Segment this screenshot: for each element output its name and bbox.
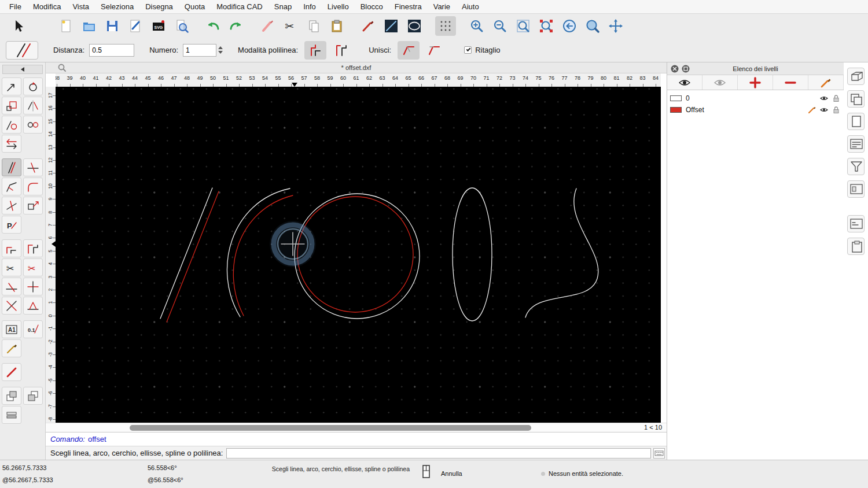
menu-item-aiuto[interactable]: Aiuto	[456, 0, 485, 13]
draw-ellipse-button[interactable]	[404, 16, 425, 36]
layer-lock-icon[interactable]	[832, 105, 841, 114]
zoom-auto-button[interactable]	[513, 16, 534, 36]
show-active-layer-button[interactable]	[703, 75, 738, 90]
fillet-tool[interactable]	[23, 178, 43, 195]
edit-text-tool[interactable]: A1	[2, 320, 21, 338]
zoom-in-button[interactable]	[466, 16, 487, 36]
order-top-tool[interactable]	[2, 387, 21, 405]
layer-visibility-icon[interactable]	[819, 105, 829, 114]
menu-item-blocco[interactable]: Blocco	[355, 0, 389, 13]
block-visibility-button[interactable]	[847, 68, 865, 85]
entity-spline-white[interactable]	[525, 188, 598, 317]
show-all-layers-button[interactable]	[667, 75, 703, 90]
menu-item-varie[interactable]: Varie	[428, 0, 456, 13]
command-widget-button[interactable]	[847, 215, 865, 232]
zoom-out-button[interactable]	[490, 16, 510, 36]
zoom-selected-button[interactable]	[536, 16, 557, 36]
entity-line-white[interactable]	[160, 188, 212, 319]
polyline-mode-1-button[interactable]	[304, 41, 326, 60]
scale-tool[interactable]	[2, 97, 21, 114]
new-document-button[interactable]	[56, 16, 76, 36]
view-previous-button[interactable]	[559, 16, 580, 36]
rotate-two-tool[interactable]	[23, 116, 43, 134]
numero-spin-up[interactable]	[218, 46, 223, 49]
property-editor-button[interactable]	[847, 135, 865, 153]
grid-toggle-button[interactable]	[435, 16, 456, 36]
block-list-button[interactable]	[847, 180, 865, 198]
layer-row-0[interactable]: 0	[667, 93, 844, 104]
entity-ellipse-white[interactable]	[453, 188, 492, 321]
layer-visibility-icon[interactable]	[819, 94, 829, 103]
menu-item-finestra[interactable]: Finestra	[389, 0, 428, 13]
menu-item-disegna[interactable]: Disegna	[139, 0, 179, 13]
save-document-button[interactable]	[102, 16, 123, 36]
stretch-tool[interactable]	[23, 197, 43, 215]
delete-entity-tool[interactable]	[2, 363, 21, 381]
move-tool[interactable]	[2, 77, 21, 95]
menu-item-modifica[interactable]: Modifica	[27, 0, 67, 13]
order-bottom-tool[interactable]	[23, 387, 43, 405]
modify-layer-button[interactable]	[808, 75, 844, 90]
join-mode-1-button[interactable]	[398, 41, 420, 60]
active-tool-offset-button[interactable]	[6, 41, 38, 60]
edit-document-button[interactable]	[125, 16, 146, 36]
divide-tool[interactable]	[2, 197, 21, 215]
properties-tool[interactable]: P	[2, 216, 21, 234]
command-input[interactable]	[226, 448, 651, 459]
layer-row-offset[interactable]: Offset	[667, 104, 844, 116]
numero-spin-down[interactable]	[218, 51, 223, 54]
library-browser-button[interactable]	[847, 90, 865, 108]
canvas-scrollbar[interactable]	[46, 423, 667, 432]
explode-tool[interactable]	[2, 297, 21, 315]
menu-item-seleziona[interactable]: Seleziona	[95, 0, 139, 13]
menu-item-vista[interactable]: Vista	[67, 0, 95, 13]
polyline-append-tool[interactable]	[23, 239, 43, 257]
ritaglio-checkbox[interactable]: Ritaglio	[464, 46, 500, 54]
panel-float-button[interactable]	[681, 64, 690, 73]
mirror-tool[interactable]	[23, 97, 43, 114]
edit-pencil-tool[interactable]	[2, 339, 21, 357]
redo-button[interactable]	[226, 16, 247, 36]
offset-tool[interactable]	[2, 158, 21, 176]
stretch-two-tool[interactable]	[23, 297, 43, 315]
draw-pen-button[interactable]	[358, 16, 378, 36]
delete-selected-button[interactable]	[257, 16, 278, 36]
open-document-button[interactable]	[79, 16, 100, 36]
keyboard-button[interactable]	[653, 448, 665, 459]
layer-edit-pen-icon[interactable]	[807, 105, 816, 114]
blank-page-button[interactable]	[847, 113, 865, 130]
bevel-tool[interactable]	[2, 178, 21, 195]
trim-tool[interactable]: ✂	[2, 258, 21, 276]
entity-circle-white[interactable]	[295, 194, 420, 319]
menu-item-file[interactable]: File	[3, 0, 27, 13]
export-svg-button[interactable]: SVG	[148, 16, 169, 36]
menu-item-snap[interactable]: Snap	[269, 0, 297, 13]
copy-button[interactable]	[303, 16, 324, 36]
remove-layer-button[interactable]	[773, 75, 808, 90]
pan-button[interactable]	[605, 16, 626, 36]
select-cursor-button[interactable]	[8, 16, 29, 36]
cut-button[interactable]: ✂	[280, 16, 301, 36]
scrollbar-thumb[interactable]	[130, 425, 531, 431]
menu-item-modifica-cad[interactable]: Modifica CAD	[211, 0, 268, 13]
menu-item-info[interactable]: Info	[297, 0, 322, 13]
menu-item-quota[interactable]: Quota	[179, 0, 211, 13]
zoom-window-button[interactable]	[582, 16, 603, 36]
numero-input[interactable]	[183, 44, 216, 57]
join-mode-2-button[interactable]	[423, 41, 445, 60]
rotate-tool[interactable]	[23, 77, 43, 95]
entity-circle-red-offset[interactable]	[297, 197, 413, 312]
palette-collapse-button[interactable]	[2, 65, 43, 74]
add-layer-button[interactable]	[738, 75, 773, 90]
lengthen-tool[interactable]	[2, 278, 21, 295]
distanza-input[interactable]	[89, 44, 134, 57]
move-rotate-tool[interactable]	[2, 116, 21, 134]
polyline-trim-tool[interactable]	[2, 239, 21, 257]
trim-two-tool[interactable]: ✂	[23, 258, 43, 276]
selection-filter-button[interactable]	[847, 158, 865, 175]
order-tool[interactable]	[2, 406, 21, 424]
entity-line-red-offset[interactable]	[167, 191, 219, 322]
panel-close-button[interactable]	[670, 64, 679, 73]
cut-entity-tool[interactable]	[23, 278, 43, 295]
explode-text-tool[interactable]: 0.1	[23, 320, 43, 338]
